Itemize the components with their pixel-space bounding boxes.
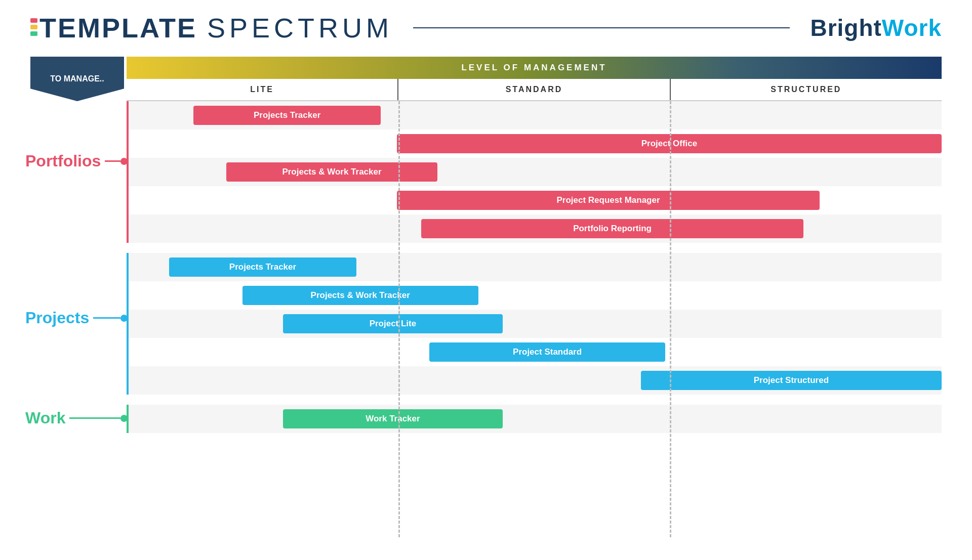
header: TEMPLATE SPECTRUM BrightWork xyxy=(0,0,972,52)
project-row-4: Project Standard xyxy=(129,338,942,366)
bar-project-request-manager: Project Request Manager xyxy=(397,191,820,210)
bar-projects-work-tracker: Projects & Work Tracker xyxy=(242,286,478,305)
to-manage-box: TO MANAGE.. xyxy=(30,57,124,101)
projects-label: Projects xyxy=(25,309,124,327)
brightwork-logo: BrightWork xyxy=(810,14,942,41)
bar-projects-work-tracker-portfolio: Projects & Work Tracker xyxy=(226,162,438,182)
bar-project-lite: Project Lite xyxy=(283,314,503,333)
rows-area: Projects Tracker Project Office Projects… xyxy=(127,101,942,537)
work-row-1: Work Tracker xyxy=(129,405,942,433)
column-headers: LITE STANDARD STRUCTURED xyxy=(127,79,942,101)
work-label: Work xyxy=(25,409,124,427)
header-divider xyxy=(413,27,790,28)
col-header-standard: STANDARD xyxy=(397,79,669,100)
project-row-2: Projects & Work Tracker xyxy=(129,281,942,310)
bar-project-office: Project Office xyxy=(397,134,942,153)
dashed-line-2 xyxy=(670,101,671,537)
project-row-3: Project Lite xyxy=(129,310,942,338)
project-row-1: Projects Tracker xyxy=(129,253,942,281)
bar-project-structured: Project Structured xyxy=(641,371,942,390)
col-header-lite: LITE xyxy=(127,79,397,100)
project-row-5: Project Structured xyxy=(129,366,942,395)
template-text: TEMPLATE xyxy=(39,14,197,41)
section-gap-2 xyxy=(127,395,942,405)
portfolios-label: Portfolios xyxy=(25,152,124,170)
bar-portfolio-reporting: Portfolio Reporting xyxy=(421,219,803,238)
portfolio-row-1: Projects Tracker xyxy=(129,101,942,130)
spectrum-text: SPECTRUM xyxy=(207,14,393,41)
portfolio-row-2: Project Office xyxy=(129,130,942,158)
bar-project-standard: Project Standard xyxy=(429,342,665,362)
section-gap-1 xyxy=(127,243,942,253)
bar-projects-tracker-portfolio: Projects Tracker xyxy=(193,106,380,125)
t-line-yellow xyxy=(30,25,37,29)
dashed-line-1 xyxy=(398,101,400,537)
bar-work-tracker: Work Tracker xyxy=(283,409,503,428)
portfolio-row-5: Portfolio Reporting xyxy=(129,214,942,243)
logo-title: TEMPLATE SPECTRUM xyxy=(30,14,393,41)
t-line-green xyxy=(30,31,37,36)
chart-container: TO MANAGE.. LEVEL OF MANAGEMENT LITE STA… xyxy=(30,57,942,537)
bar-projects-tracker-projects: Projects Tracker xyxy=(169,257,356,277)
portfolio-row-3: Projects & Work Tracker xyxy=(129,158,942,186)
portfolio-row-4: Project Request Manager xyxy=(129,186,942,214)
management-bar: LEVEL OF MANAGEMENT xyxy=(127,57,942,79)
col-header-structured: STRUCTURED xyxy=(670,79,942,100)
t-line-red xyxy=(30,18,37,23)
